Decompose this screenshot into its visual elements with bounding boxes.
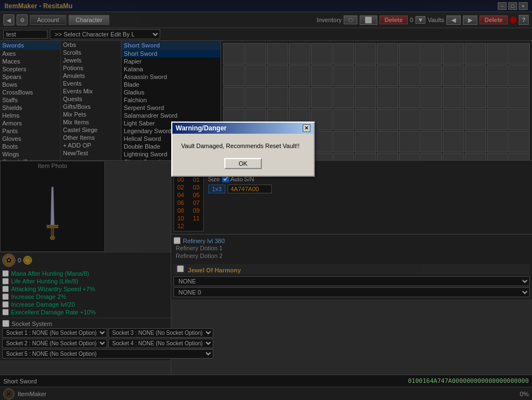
- dialog-footer: OK: [172, 156, 314, 176]
- dialog-ok-btn[interactable]: OK: [224, 158, 262, 169]
- dialog-box: Warning/Danger ✕ Vault Damaged, Recommen…: [171, 122, 315, 177]
- dialog-title: Warning/Danger: [176, 124, 227, 132]
- dialog-overlay: Warning/Danger ✕ Vault Damaged, Recommen…: [0, 0, 532, 400]
- dialog-body: Vault Damaged, Recommends Reset Vault!!: [172, 134, 314, 156]
- dialog-close-btn[interactable]: ✕: [303, 124, 310, 132]
- dialog-message: Vault Damaged, Recommends Reset Vault!!: [181, 143, 299, 149]
- dialog-title-bar: Warning/Danger ✕: [172, 123, 314, 134]
